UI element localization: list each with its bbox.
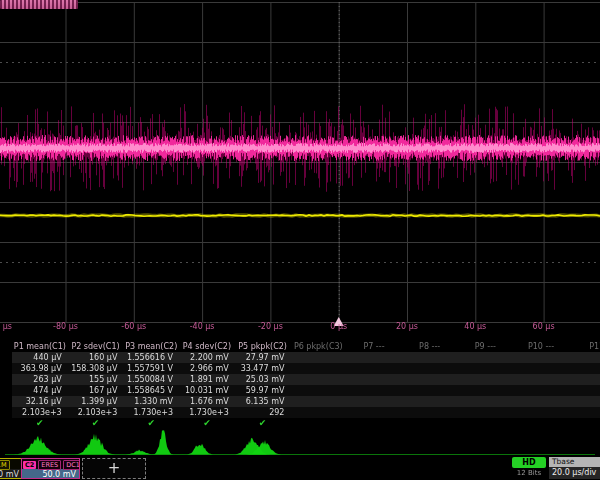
- param-value: [346, 385, 402, 396]
- param-status-check: ✔: [235, 418, 291, 429]
- param-value: [290, 385, 346, 396]
- timebase-tick-label: -20 µs: [258, 322, 283, 332]
- param-value: [458, 407, 514, 418]
- param-value: 25.03 mV: [235, 374, 291, 385]
- c2-eres-tag: ERES: [38, 460, 61, 470]
- measure-table: P1 mean(C1)P2 sdev(C1)P3 mean(C2)P4 sdev…: [12, 341, 600, 429]
- timebase-tick-label: 0 µs: [330, 322, 347, 332]
- param-value: [569, 352, 600, 363]
- timebase-tick-label: -60 µs: [121, 322, 146, 332]
- param-value: [290, 396, 346, 407]
- param-value: 59.97 mV: [235, 385, 291, 396]
- param-value: 363.98 µV: [12, 363, 68, 374]
- c2-scale-value: 50.0 mV: [22, 469, 79, 479]
- param-value: [402, 407, 458, 418]
- param-header[interactable]: P2 sdev(C1): [68, 341, 124, 352]
- param-value: [402, 385, 458, 396]
- param-value: [458, 396, 514, 407]
- param-value: [290, 374, 346, 385]
- add-trace-button[interactable]: +: [82, 458, 146, 479]
- param-status-check: [402, 418, 458, 429]
- param-value: [290, 363, 346, 374]
- channel-c1-descriptor[interactable]: C1 DC1M 50.0 mV: [0, 458, 23, 479]
- param-value: 292: [235, 407, 291, 418]
- param-value: 440 µV: [12, 352, 68, 363]
- param-value: 1.558645 V: [123, 385, 179, 396]
- timebase-tick-label: -80 µs: [53, 322, 78, 332]
- param-value: 1.891 mV: [179, 374, 235, 385]
- param-value: 155 µV: [68, 374, 124, 385]
- param-value: [513, 396, 569, 407]
- param-value: [346, 374, 402, 385]
- timebase-tick-label: 20 µs: [396, 322, 418, 332]
- param-value: 263 µV: [12, 374, 68, 385]
- param-header[interactable]: P8 ---: [402, 341, 458, 352]
- param-status-check: [513, 418, 569, 429]
- param-header[interactable]: P7 ---: [346, 341, 402, 352]
- param-status-check: ✔: [123, 418, 179, 429]
- timebase-descriptor[interactable]: Tbase 20.0 µs/div: [549, 457, 600, 479]
- param-value: [346, 363, 402, 374]
- param-status-check: [569, 418, 600, 429]
- param-value: 474 µV: [12, 385, 68, 396]
- param-value: [569, 363, 600, 374]
- param-value: [346, 407, 402, 418]
- timebase-value: 20.0 µs/div: [549, 467, 600, 479]
- param-value: 158.308 µV: [68, 363, 124, 374]
- param-status-check: [290, 418, 346, 429]
- param-value: [402, 374, 458, 385]
- param-header[interactable]: P3 mean(C2): [123, 341, 179, 352]
- param-value: 2.103e+3: [12, 407, 68, 418]
- param-value: 1.399 µV: [68, 396, 124, 407]
- param-status-check: ✔: [12, 418, 68, 429]
- param-value: [513, 363, 569, 374]
- param-value: 160 µV: [68, 352, 124, 363]
- param-value: [569, 396, 600, 407]
- param-value: [346, 396, 402, 407]
- hd-bits-label: 12 Bits: [506, 469, 552, 477]
- param-value: [458, 385, 514, 396]
- param-value: 1.730e+3: [179, 407, 235, 418]
- param-value: 2.966 mV: [179, 363, 235, 374]
- timebase-tick-label: -100 µs: [0, 322, 12, 332]
- param-header[interactable]: P11: [569, 341, 600, 352]
- param-value: [513, 385, 569, 396]
- param-value: [402, 352, 458, 363]
- param-value: 1.676 mV: [179, 396, 235, 407]
- param-value: 1.330 mV: [123, 396, 179, 407]
- channel-c2-descriptor[interactable]: C2 ERES DC1M 50.0 mV: [21, 458, 80, 479]
- param-value: [569, 374, 600, 385]
- param-value: [458, 363, 514, 374]
- c1-coupling-tag: DC1M: [0, 460, 10, 470]
- timebase-tick-label: 40 µs: [464, 322, 486, 332]
- param-header[interactable]: P4 sdev(C2): [179, 341, 235, 352]
- param-value: 1.556616 V: [123, 352, 179, 363]
- timebase-tick-label: -40 µs: [190, 322, 215, 332]
- param-value: [513, 407, 569, 418]
- param-value: [346, 352, 402, 363]
- c2-label: C2: [23, 461, 36, 469]
- param-value: [513, 352, 569, 363]
- param-header[interactable]: P5 pkpk(C2): [235, 341, 291, 352]
- param-status-check: [346, 418, 402, 429]
- param-header[interactable]: P10 ---: [513, 341, 569, 352]
- timebase-tick-label: 60 µs: [533, 322, 555, 332]
- param-value: [513, 374, 569, 385]
- param-value: [402, 396, 458, 407]
- param-value: 1.730e+3: [123, 407, 179, 418]
- hd-mode-badge[interactable]: HD: [512, 457, 546, 468]
- param-header[interactable]: P1 mean(C1): [12, 341, 68, 352]
- param-value: 33.477 mV: [235, 363, 291, 374]
- param-value: 167 µV: [68, 385, 124, 396]
- param-status-check: ✔: [68, 418, 124, 429]
- param-status-check: [458, 418, 514, 429]
- c1-scale-value: 50.0 mV: [0, 469, 22, 479]
- param-header[interactable]: P9 ---: [458, 341, 514, 352]
- param-value: 6.135 mV: [235, 396, 291, 407]
- status-badge: [0, 0, 78, 9]
- param-value: 1.557591 V: [123, 363, 179, 374]
- param-value: [569, 385, 600, 396]
- param-header[interactable]: P6 pkpk(C3): [290, 341, 346, 352]
- timebase-label: Tbase: [549, 457, 600, 467]
- c2-coupling-tag: DC1M: [63, 460, 80, 470]
